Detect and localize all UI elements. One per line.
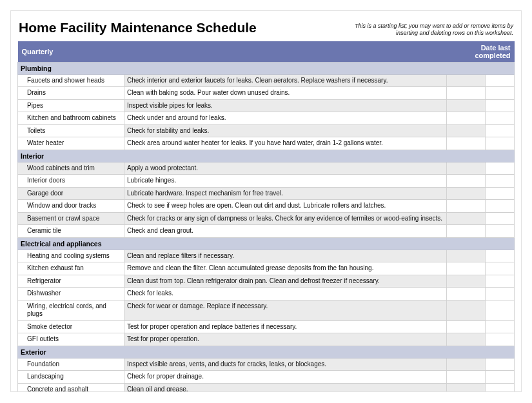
task-description: Apply a wood protectant. xyxy=(124,162,447,175)
task-item: Heating and cooling systems xyxy=(18,250,124,262)
date-cell[interactable] xyxy=(485,187,514,200)
table-row: FoundationInspect visible areas, vents, … xyxy=(18,358,515,371)
category-header: Exterior xyxy=(18,346,515,358)
table-row: Heating and cooling systemsClean and rep… xyxy=(18,250,515,262)
task-item: Faucets and shower heads xyxy=(18,74,124,87)
date-cell[interactable] xyxy=(446,112,485,125)
date-cell[interactable] xyxy=(446,137,485,150)
table-row: Concrete and asphaltClean oil and grease… xyxy=(18,383,515,392)
date-cell[interactable] xyxy=(446,333,485,346)
category-header: Electrical and appliances xyxy=(18,237,515,250)
date-cell[interactable] xyxy=(485,74,514,87)
date-cell[interactable] xyxy=(485,300,514,320)
date-last-completed-header: Date last completed xyxy=(446,41,514,63)
schedule-table: QuarterlyDate last completedPlumbingFauc… xyxy=(17,41,515,393)
task-item: Concrete and asphalt xyxy=(18,383,124,392)
date-cell[interactable] xyxy=(446,358,485,371)
task-description: Inspect visible pipes for leaks. xyxy=(124,99,447,112)
date-cell[interactable] xyxy=(485,275,514,288)
date-cell[interactable] xyxy=(446,212,485,225)
date-cell[interactable] xyxy=(446,99,485,112)
date-cell[interactable] xyxy=(485,87,514,100)
task-item: Pipes xyxy=(18,99,124,112)
header: Home Facility Maintenance Schedule This … xyxy=(17,16,515,41)
date-cell[interactable] xyxy=(446,87,485,100)
task-item: Smoke detector xyxy=(18,320,124,333)
task-description: Check for wear or damage. Replace if nec… xyxy=(124,300,447,320)
date-cell[interactable] xyxy=(485,137,514,150)
date-cell[interactable] xyxy=(485,333,514,346)
date-cell[interactable] xyxy=(485,262,514,275)
date-cell[interactable] xyxy=(485,383,514,392)
task-item: Drains xyxy=(18,87,124,100)
date-cell[interactable] xyxy=(446,288,485,300)
task-description: Check for leaks. xyxy=(124,288,447,300)
date-cell[interactable] xyxy=(485,99,514,112)
date-cell[interactable] xyxy=(446,162,485,175)
date-cell[interactable] xyxy=(485,200,514,213)
date-cell[interactable] xyxy=(485,250,514,262)
date-cell[interactable] xyxy=(446,383,485,392)
date-cell[interactable] xyxy=(446,320,485,333)
date-cell[interactable] xyxy=(485,175,514,188)
table-row: Garage doorLubricate hardware. Inspect m… xyxy=(18,187,515,200)
date-cell[interactable] xyxy=(485,162,514,175)
table-row: Water heaterCheck area around water heat… xyxy=(18,137,515,150)
task-description: Check and clean grout. xyxy=(124,225,447,238)
task-description: Clean with baking soda. Pour water down … xyxy=(124,87,447,100)
category-name: Interior xyxy=(18,150,515,162)
date-cell[interactable] xyxy=(446,187,485,200)
task-item: GFI outlets xyxy=(18,333,124,346)
date-cell[interactable] xyxy=(485,371,514,384)
task-description: Inspect visible areas, vents, and ducts … xyxy=(124,358,447,371)
date-cell[interactable] xyxy=(485,225,514,238)
task-description: Test for proper operation. xyxy=(124,333,447,346)
task-description: Check under and around for leaks. xyxy=(124,112,447,125)
date-cell[interactable] xyxy=(485,288,514,300)
task-item: Kitchen and bathroom cabinets xyxy=(18,112,124,125)
table-row: LandscapingCheck for proper drainage. xyxy=(18,371,515,384)
date-cell[interactable] xyxy=(446,200,485,213)
task-item: Ceramic tile xyxy=(18,225,124,238)
table-row: Basement or crawl spaceCheck for cracks … xyxy=(18,212,515,225)
task-description: Clean dust from top. Clean refrigerator … xyxy=(124,275,447,288)
date-cell[interactable] xyxy=(485,358,514,371)
date-cell[interactable] xyxy=(485,124,514,137)
date-cell[interactable] xyxy=(446,225,485,238)
date-cell[interactable] xyxy=(446,262,485,275)
category-name: Plumbing xyxy=(18,62,515,74)
task-item: Kitchen exhaust fan xyxy=(18,262,124,275)
task-description: Clean and replace filters if necessary. xyxy=(124,250,447,262)
table-row: Smoke detectorTest for proper operation … xyxy=(18,320,515,333)
date-cell[interactable] xyxy=(485,320,514,333)
table-row: GFI outletsTest for proper operation. xyxy=(18,333,515,346)
date-cell[interactable] xyxy=(485,212,514,225)
task-item: Basement or crawl space xyxy=(18,212,124,225)
date-cell[interactable] xyxy=(485,112,514,125)
header-note: This is a starting list; you may want to… xyxy=(346,20,513,37)
page-title: Home Facility Maintenance Schedule xyxy=(19,20,257,35)
task-item: Garage door xyxy=(18,187,124,200)
task-description: Test for proper operation and replace ba… xyxy=(124,320,447,333)
date-cell[interactable] xyxy=(446,74,485,87)
date-cell[interactable] xyxy=(446,300,485,320)
date-cell[interactable] xyxy=(446,175,485,188)
date-cell[interactable] xyxy=(446,371,485,384)
task-description: Lubricate hinges. xyxy=(124,175,447,188)
task-item: Refrigerator xyxy=(18,275,124,288)
task-item: Dishwasher xyxy=(18,288,124,300)
task-item: Water heater xyxy=(18,137,124,150)
date-cell[interactable] xyxy=(446,275,485,288)
task-item: Wood cabinets and trim xyxy=(18,162,124,175)
period-name: Quarterly xyxy=(18,41,447,63)
table-row: Wiring, electrical cords, and plugsCheck… xyxy=(18,300,515,320)
task-item: Window and door tracks xyxy=(18,200,124,213)
task-item: Landscaping xyxy=(18,371,124,384)
table-row: Ceramic tileCheck and clean grout. xyxy=(18,225,515,238)
period-header: QuarterlyDate last completed xyxy=(18,41,515,63)
task-description: Check for stability and leaks. xyxy=(124,124,447,137)
table-row: DrainsClean with baking soda. Pour water… xyxy=(18,87,515,100)
task-description: Check to see if weep holes are open. Cle… xyxy=(124,200,447,213)
date-cell[interactable] xyxy=(446,250,485,262)
date-cell[interactable] xyxy=(446,124,485,137)
